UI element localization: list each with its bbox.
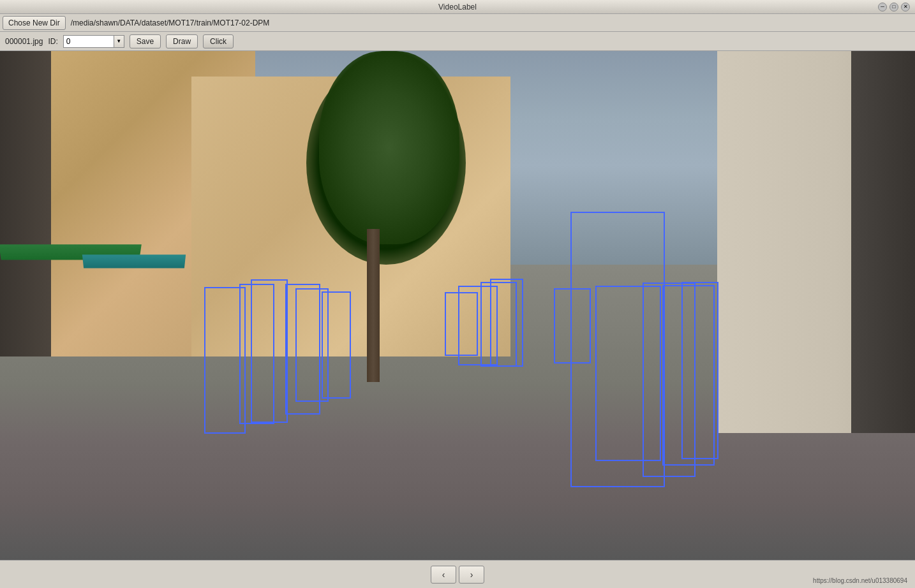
directory-path: /media/shawn/DATA/dataset/MOT17/train/MO… — [71, 18, 270, 27]
id-dropdown[interactable]: ▼ — [114, 35, 124, 48]
navigation-bar: ‹ › https://blog.csdn.net/u013380694 — [0, 560, 915, 588]
chose-new-dir-button[interactable]: Chose New Dir — [3, 16, 66, 30]
scene — [0, 51, 915, 560]
awning-teal — [82, 254, 186, 268]
next-button[interactable]: › — [459, 566, 484, 584]
draw-button[interactable]: Draw — [166, 34, 198, 48]
save-button[interactable]: Save — [130, 34, 161, 48]
click-button[interactable]: Click — [203, 34, 234, 48]
minimize-btn[interactable]: ─ — [878, 3, 887, 11]
building-right-dark — [851, 51, 915, 433]
title-bar: VideoLabel ─ □ ✕ — [0, 0, 915, 14]
window-title: VideoLabel — [438, 3, 477, 11]
maximize-btn[interactable]: □ — [889, 3, 898, 11]
prev-button[interactable]: ‹ — [431, 566, 456, 584]
filename-label: 000001.jpg — [5, 37, 43, 46]
tree-trunk — [367, 229, 380, 381]
window-controls[interactable]: ─ □ ✕ — [878, 3, 910, 11]
close-btn[interactable]: ✕ — [901, 3, 910, 11]
tree-canopy-2 — [319, 51, 459, 244]
toolbar: 000001.jpg ID: ▼ Save Draw Click — [0, 32, 915, 51]
main-image-area[interactable] — [0, 51, 915, 560]
id-field-group: ▼ — [63, 35, 124, 48]
footer-url: https://blog.csdn.net/u013380694 — [813, 577, 907, 584]
id-label: ID: — [48, 37, 57, 46]
menu-bar: Chose New Dir /media/shawn/DATA/dataset/… — [0, 14, 915, 32]
id-input[interactable] — [63, 35, 114, 48]
